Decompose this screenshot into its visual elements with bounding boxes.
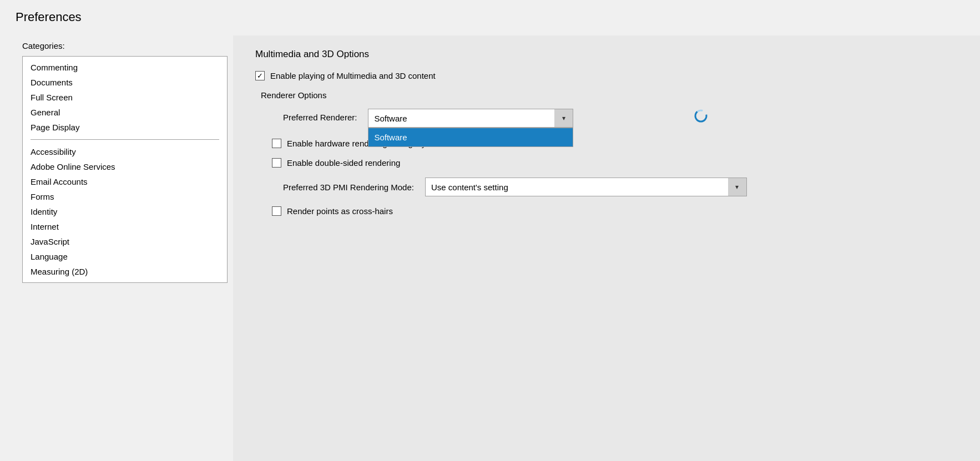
enable-double-sided-checkbox-label[interactable]: Enable double-sided rendering [272, 158, 400, 168]
title-bar: Preferences [0, 0, 980, 30]
preferred-renderer-label: Preferred Renderer: [283, 109, 357, 122]
sidebar-item-email-accounts[interactable]: Email Accounts [23, 174, 227, 189]
options-area: Enable playing of Multimedia and 3D cont… [255, 71, 958, 216]
sidebar-item-accessibility[interactable]: Accessibility [23, 144, 227, 159]
enable-double-sided-row: Enable double-sided rendering [255, 158, 958, 168]
enable-hardware-row: Enable hardware rendering for legacy vid… [255, 139, 958, 148]
section-title: Multimedia and 3D Options [255, 49, 958, 60]
category-divider [31, 139, 219, 140]
enable-double-sided-label: Enable double-sided rendering [287, 158, 400, 168]
category-list: Commenting Documents Full Screen General… [22, 56, 228, 283]
pmi-dropdown-wrapper: Use content's setting ▾ [425, 178, 747, 196]
sidebar-item-forms[interactable]: Forms [23, 189, 227, 204]
content-area: Categories: Commenting Documents Full Sc… [0, 30, 980, 461]
sidebar-item-fullscreen[interactable]: Full Screen [23, 90, 227, 105]
pmi-mode-label: Preferred 3D PMI Rendering Mode: [283, 183, 414, 192]
preferred-renderer-select-display[interactable]: Software [368, 109, 573, 128]
sidebar-item-adobe-online[interactable]: Adobe Online Services [23, 159, 227, 174]
enable-multimedia-label: Enable playing of Multimedia and 3D cont… [270, 71, 436, 80]
spinner-icon [694, 109, 708, 123]
dropdown-option-software[interactable]: Software [368, 128, 573, 146]
enable-multimedia-checkbox[interactable] [255, 71, 265, 80]
render-points-checkbox[interactable] [272, 206, 281, 216]
enable-multimedia-row: Enable playing of Multimedia and 3D cont… [255, 71, 958, 80]
pmi-mode-row: Preferred 3D PMI Rendering Mode: Use con… [283, 178, 958, 196]
left-panel: Categories: Commenting Documents Full Sc… [0, 36, 233, 461]
renderer-options-label: Renderer Options [261, 90, 958, 100]
sidebar-item-language[interactable]: Language [23, 249, 227, 264]
preferred-renderer-dropdown-list: Software [368, 128, 573, 147]
preferred-renderer-dropdown-wrapper: Software ▾ Software [368, 109, 573, 128]
pmi-mode-value: Use content's setting [431, 183, 508, 192]
preferred-renderer-value: Software [374, 114, 407, 123]
enable-hardware-checkbox[interactable] [272, 139, 281, 148]
sidebar-item-identity[interactable]: Identity [23, 204, 227, 219]
sidebar-item-measuring[interactable]: Measuring (2D) [23, 264, 227, 279]
sidebar-item-general[interactable]: General [23, 105, 227, 120]
sidebar-item-page-display[interactable]: Page Display [23, 120, 227, 135]
right-panel: Multimedia and 3D Options Enable playing… [233, 36, 980, 461]
render-points-row: Render points as cross-hairs [255, 206, 958, 216]
render-points-checkbox-label[interactable]: Render points as cross-hairs [272, 206, 393, 216]
render-points-label: Render points as cross-hairs [287, 206, 393, 216]
sidebar-item-javascript[interactable]: JavaScript [23, 234, 227, 249]
sidebar-item-commenting[interactable]: Commenting [23, 60, 227, 75]
svg-point-0 [695, 110, 706, 121]
sidebar-item-documents[interactable]: Documents [23, 75, 227, 90]
page-title: Preferences [16, 10, 964, 24]
enable-double-sided-checkbox[interactable] [272, 158, 281, 168]
sidebar-item-internet[interactable]: Internet [23, 219, 227, 234]
enable-multimedia-checkbox-label[interactable]: Enable playing of Multimedia and 3D cont… [255, 71, 436, 80]
preferred-renderer-row: Preferred Renderer: Software ▾ Software [283, 109, 958, 128]
pmi-mode-select-display[interactable]: Use content's setting [425, 178, 747, 196]
categories-label: Categories: [22, 41, 222, 50]
